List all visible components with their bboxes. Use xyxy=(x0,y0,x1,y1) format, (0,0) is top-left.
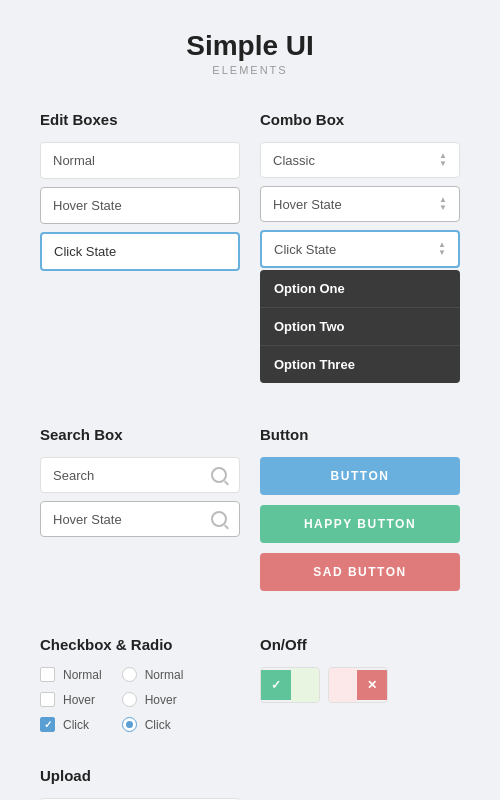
dropdown-menu: Option One Option Two Option Three xyxy=(260,270,460,383)
upload-title: Upload xyxy=(40,767,240,784)
search-box-hover[interactable]: Hover State xyxy=(40,501,240,537)
page-header: Simple UI ELEMENTS xyxy=(0,0,500,96)
radio-hover[interactable]: Hover xyxy=(122,692,184,707)
combo-arrows-icon: ▲▼ xyxy=(439,152,447,168)
edit-boxes-title: Edit Boxes xyxy=(40,111,240,128)
toggle-on-box xyxy=(291,668,319,702)
edit-box-hover[interactable]: Hover State xyxy=(40,187,240,224)
combo-arrows-hover-icon: ▲▼ xyxy=(439,196,447,212)
radio-normal[interactable]: Normal xyxy=(122,667,184,682)
button-section: Button BUTTON HAPPY BUTTON SAD BUTTON xyxy=(250,411,470,621)
combo-box-section: Combo Box Classic ▲▼ Hover State ▲▼ Clic… xyxy=(250,96,470,411)
button-blue[interactable]: BUTTON xyxy=(260,457,460,495)
radio-click[interactable]: Click xyxy=(122,717,184,732)
toggle-x-icon: ✕ xyxy=(357,670,387,700)
dropdown-item-1[interactable]: Option One xyxy=(260,270,460,308)
search-hover-icon xyxy=(211,511,227,527)
upload-section: Upload ... Click to select file ... Hove… xyxy=(30,752,250,800)
check-normal[interactable]: Normal xyxy=(40,667,102,682)
search-box-title: Search Box xyxy=(40,426,240,443)
page-subtitle: ELEMENTS xyxy=(0,64,500,76)
radio-col: Normal Hover Click xyxy=(122,667,184,732)
combo-classic[interactable]: Classic ▲▼ xyxy=(260,142,460,178)
combo-click[interactable]: Click State ▲▼ xyxy=(260,230,460,268)
onoff-section: On/Off ✓ ✕ xyxy=(250,621,470,752)
check-col: Normal Hover Click xyxy=(40,667,102,732)
search-box-normal[interactable]: Search xyxy=(40,457,240,493)
radio-btn-normal[interactable] xyxy=(122,667,137,682)
dropdown-item-2[interactable]: Option Two xyxy=(260,308,460,346)
search-icon xyxy=(211,467,227,483)
button-green[interactable]: HAPPY BUTTON xyxy=(260,505,460,543)
toggle-on[interactable]: ✓ xyxy=(260,667,320,703)
onoff-container: ✓ ✕ xyxy=(260,667,460,703)
checkbox-hover[interactable] xyxy=(40,692,55,707)
edit-box-normal[interactable]: Normal xyxy=(40,142,240,179)
toggle-off-box xyxy=(329,668,357,702)
onoff-title: On/Off xyxy=(260,636,460,653)
edit-boxes-section: Edit Boxes Normal Hover State Click Stat… xyxy=(30,96,250,411)
edit-box-click[interactable]: Click State xyxy=(40,232,240,271)
toggle-off[interactable]: ✕ xyxy=(328,667,388,703)
radio-btn-checked[interactable] xyxy=(122,717,137,732)
checkbox-checked[interactable] xyxy=(40,717,55,732)
radio-btn-hover[interactable] xyxy=(122,692,137,707)
combo-hover[interactable]: Hover State ▲▼ xyxy=(260,186,460,222)
page-title: Simple UI xyxy=(0,30,500,62)
toggle-check-icon: ✓ xyxy=(261,670,291,700)
dropdown-item-3[interactable]: Option Three xyxy=(260,346,460,383)
combo-box-title: Combo Box xyxy=(260,111,460,128)
button-section-title: Button xyxy=(260,426,460,443)
checkbox-normal[interactable] xyxy=(40,667,55,682)
button-red[interactable]: SAD BUTTON xyxy=(260,553,460,591)
checkbox-radio-title: Checkbox & Radio xyxy=(40,636,240,653)
checkbox-radio-section: Checkbox & Radio Normal Hover Click xyxy=(30,621,250,752)
combo-arrows-click-icon: ▲▼ xyxy=(438,241,446,257)
search-box-section: Search Box Search Hover State xyxy=(30,411,250,621)
check-hover[interactable]: Hover xyxy=(40,692,102,707)
check-click[interactable]: Click xyxy=(40,717,102,732)
